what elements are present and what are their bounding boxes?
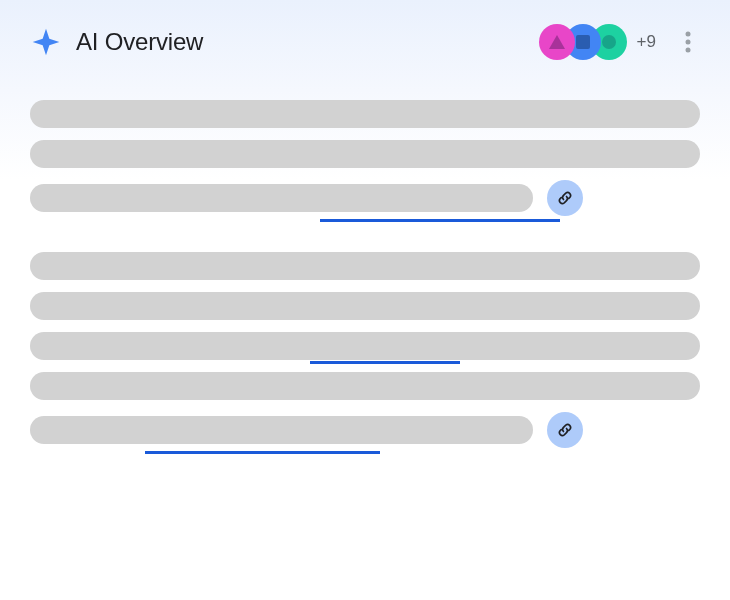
skeleton-bar bbox=[30, 416, 533, 444]
skeleton-line bbox=[30, 100, 700, 128]
skeleton-line bbox=[30, 412, 700, 448]
skeleton-bar bbox=[30, 184, 533, 212]
svg-point-5 bbox=[686, 48, 691, 53]
svg-point-3 bbox=[686, 32, 691, 37]
svg-point-2 bbox=[602, 35, 616, 49]
page-title: AI Overview bbox=[76, 28, 539, 56]
skeleton-line bbox=[30, 332, 700, 360]
skeleton-line bbox=[30, 252, 700, 280]
link-underline bbox=[320, 219, 560, 222]
header: AI Overview +9 bbox=[0, 0, 730, 80]
link-button[interactable] bbox=[547, 180, 583, 216]
link-underline bbox=[145, 451, 380, 454]
svg-marker-0 bbox=[549, 35, 565, 49]
skeleton-bar bbox=[30, 100, 700, 128]
svg-rect-1 bbox=[576, 35, 590, 49]
sparkle-icon bbox=[30, 26, 62, 58]
skeleton-bar bbox=[30, 252, 700, 280]
skeleton-line bbox=[30, 292, 700, 320]
skeleton-line bbox=[30, 372, 700, 400]
skeleton-bar bbox=[30, 332, 700, 360]
avatar-stack[interactable]: +9 bbox=[539, 24, 656, 60]
avatar-overflow-count[interactable]: +9 bbox=[637, 32, 656, 52]
skeleton-bar bbox=[30, 372, 700, 400]
svg-point-4 bbox=[686, 40, 691, 45]
avatar-1[interactable] bbox=[539, 24, 575, 60]
more-options-button[interactable] bbox=[676, 30, 700, 54]
content-block bbox=[30, 100, 700, 216]
skeleton-line bbox=[30, 180, 700, 216]
skeleton-bar bbox=[30, 140, 700, 168]
content-block bbox=[30, 252, 700, 448]
content-area bbox=[0, 80, 730, 504]
link-button[interactable] bbox=[547, 412, 583, 448]
skeleton-line bbox=[30, 140, 700, 168]
skeleton-bar bbox=[30, 292, 700, 320]
link-underline bbox=[310, 361, 460, 364]
